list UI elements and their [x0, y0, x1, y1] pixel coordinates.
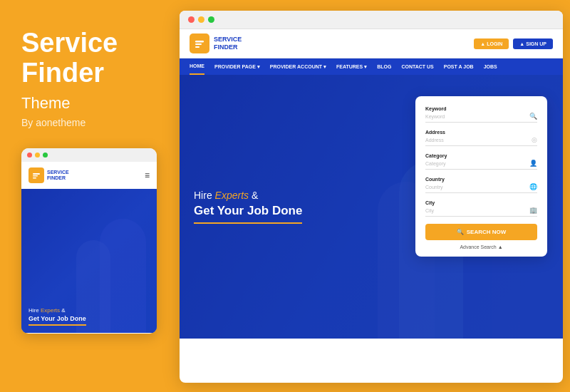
browser-logo-line2: FINDER: [214, 43, 242, 51]
keyword-label: Keyword: [425, 106, 537, 111]
mobile-hero-text: Hire Experts & Get Your Job Done: [28, 307, 86, 326]
svg-rect-5: [195, 41, 204, 43]
app-author: By aonetheme: [21, 117, 155, 128]
nav-item-post-job[interactable]: POST A JOB: [444, 59, 474, 74]
website-logo-icon: [190, 33, 209, 53]
browser-mockup: SERVICE FINDER ▲ LOGIN ▲ SIGN UP HOME PR…: [180, 11, 563, 383]
hero-hire-line: Hire Experts &: [194, 190, 351, 201]
svg-rect-2: [33, 175, 38, 177]
website-nav: HOME PROVIDER PAGE ▾ PROVIDER ACCOUNT ▾ …: [180, 58, 563, 75]
mobile-logo-text: SERVICE FINDER: [47, 170, 69, 180]
mobile-content: SERVICE FINDER ≡ Hire Experts & Get Your…: [21, 162, 157, 333]
mobile-hire-prefix: Hire: [28, 307, 41, 314]
nav-item-blog[interactable]: BLOG: [377, 59, 391, 74]
browser-traffic-lights: [180, 11, 563, 29]
city-label: City: [425, 200, 537, 205]
svg-rect-6: [195, 43, 202, 45]
mobile-hire-line: Hire Experts &: [28, 307, 86, 314]
service-finder-icon-mobile: [31, 170, 41, 180]
title-line2: Finder: [21, 58, 104, 88]
hero-hire-prefix: Hire: [194, 190, 215, 201]
category-input[interactable]: Category: [425, 161, 529, 166]
title-line1: Service: [21, 28, 118, 58]
category-field: Category Category 👤: [425, 153, 537, 170]
mobile-dot-yellow: [35, 153, 40, 158]
app-title: Service Finder: [21, 29, 155, 88]
website-header: SERVICE FINDER ▲ LOGIN ▲ SIGN UP: [180, 29, 563, 58]
mobile-logo: SERVICE FINDER: [28, 167, 69, 183]
mobile-logo-line1: SERVICE: [47, 170, 69, 175]
mobile-dot-green: [43, 153, 48, 158]
browser-dot-red: [188, 16, 195, 23]
city-input[interactable]: City: [425, 208, 529, 213]
keyword-input[interactable]: Keyword: [425, 114, 529, 119]
mobile-header: SERVICE FINDER ≡: [21, 162, 157, 189]
mobile-hero: Hire Experts & Get Your Job Done: [21, 189, 157, 333]
nav-item-features[interactable]: FEATURES ▾: [336, 59, 367, 75]
browser-dot-green: [208, 16, 214, 23]
header-buttons: ▲ LOGIN ▲ SIGN UP: [474, 38, 553, 49]
website-hero: Hire Experts & Get Your Job Done Keyword…: [180, 75, 563, 339]
mobile-dot-red: [27, 153, 32, 158]
country-input[interactable]: Country: [425, 185, 529, 190]
hero-hire-amp: &: [249, 190, 258, 201]
address-label: Address: [425, 130, 537, 135]
location-icon: ◎: [532, 136, 537, 143]
category-input-row: Category 👤: [425, 160, 537, 170]
mobile-mockup: SERVICE FINDER ≡ Hire Experts & Get Your…: [21, 148, 157, 334]
advance-search-link[interactable]: Advance Search ▲: [425, 244, 537, 249]
mobile-traffic-lights: [21, 148, 157, 162]
keyword-field: Keyword Keyword 🔍: [425, 106, 537, 123]
signup-button[interactable]: ▲ SIGN UP: [513, 38, 553, 49]
nav-item-provider-page[interactable]: PROVIDER PAGE ▾: [214, 59, 260, 75]
address-input-row: Address ◎: [425, 136, 537, 146]
left-panel: Service Finder Theme By aonetheme: [0, 0, 177, 392]
app-subtitle: Theme: [21, 94, 155, 113]
hero-job-title: Get Your Job Done: [194, 204, 302, 224]
search-btn-label: SEARCH NOW: [467, 229, 507, 235]
service-finder-icon-desktop: [193, 37, 206, 50]
city-field: City City 🏢: [425, 200, 537, 217]
mobile-hamburger-icon[interactable]: ≡: [145, 170, 150, 180]
search-btn-icon: 🔍: [457, 229, 464, 235]
country-input-row: Country 🌐: [425, 183, 537, 193]
nav-item-provider-account[interactable]: PROVIDER ACCOUNT ▾: [270, 59, 326, 75]
globe-icon: 🌐: [529, 183, 537, 190]
search-icon: 🔍: [529, 113, 537, 120]
nav-item-home[interactable]: HOME: [190, 58, 204, 75]
category-icon: 👤: [529, 160, 537, 167]
hero-hire-experts: Experts: [215, 190, 249, 201]
mobile-job-done: Get Your Job Done: [28, 315, 86, 326]
hero-text-area: Hire Experts & Get Your Job Done: [194, 190, 351, 224]
website-logo-text: SERVICE FINDER: [214, 36, 242, 51]
mobile-logo-icon: [28, 167, 44, 183]
category-label: Category: [425, 153, 537, 158]
country-label: Country: [425, 177, 537, 182]
keyword-input-row: Keyword 🔍: [425, 113, 537, 123]
browser-dot-yellow: [198, 16, 204, 23]
browser-logo-line1: SERVICE: [214, 36, 242, 43]
svg-rect-7: [195, 46, 200, 48]
search-card: Keyword Keyword 🔍 Address Address ◎ Cate…: [415, 96, 547, 257]
nav-item-jobs[interactable]: JOBS: [484, 59, 497, 74]
mobile-hire-amp: &: [60, 307, 66, 314]
mobile-hire-experts: Experts: [41, 307, 60, 314]
address-field: Address Address ◎: [425, 130, 537, 146]
city-input-row: City 🏢: [425, 207, 537, 217]
search-now-button[interactable]: 🔍 SEARCH NOW: [425, 224, 537, 240]
login-button[interactable]: ▲ LOGIN: [474, 38, 509, 49]
building-icon: 🏢: [529, 207, 537, 214]
nav-item-contact[interactable]: CONTACT US: [401, 59, 433, 74]
svg-rect-3: [33, 177, 36, 179]
address-input[interactable]: Address: [425, 138, 532, 143]
website-logo: SERVICE FINDER: [190, 33, 242, 53]
country-field: Country Country 🌐: [425, 177, 537, 193]
mobile-logo-line2: FINDER: [47, 175, 69, 181]
svg-rect-1: [33, 173, 40, 175]
